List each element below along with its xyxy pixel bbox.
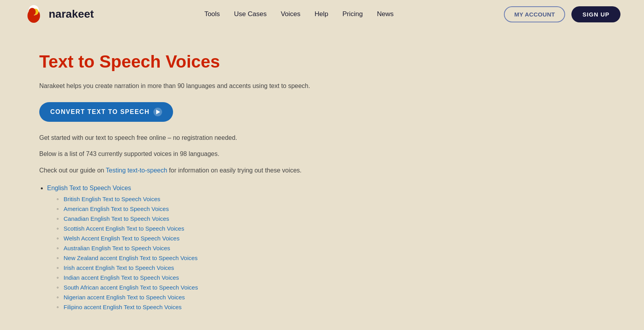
site-header: narakeet Tools Use Cases Voices Help Pri… bbox=[0, 0, 644, 28]
svg-point-6 bbox=[29, 8, 36, 16]
page-title: Text to Speech Voices bbox=[39, 52, 510, 72]
cta-button-label: CONVERT TEXT TO SPEECH bbox=[50, 108, 150, 116]
list-item: Canadian English Text to Speech Voices bbox=[57, 215, 510, 222]
nav-help[interactable]: Help bbox=[315, 10, 328, 18]
list-item: Australian English Text to Speech Voices bbox=[57, 245, 510, 251]
british-english-link[interactable]: British English Text to Speech Voices bbox=[64, 196, 161, 202]
testing-tts-link[interactable]: Testing text-to-speech bbox=[106, 167, 168, 174]
list-item: Scottish Accent English Text to Speech V… bbox=[57, 225, 510, 232]
list-item: South African accent English Text to Spe… bbox=[57, 284, 510, 291]
english-sublist: British English Text to Speech Voices Am… bbox=[57, 196, 510, 310]
list-item: New Zealand accent English Text to Speec… bbox=[57, 255, 510, 261]
play-icon bbox=[153, 108, 162, 116]
nigerian-english-link[interactable]: Nigerian accent English Text to Speech V… bbox=[64, 294, 185, 301]
english-tts-link[interactable]: English Text to Speech Voices bbox=[47, 185, 131, 191]
irish-english-link[interactable]: Irish accent English Text to Speech Voic… bbox=[64, 264, 174, 271]
list-item: British English Text to Speech Voices bbox=[57, 196, 510, 202]
american-english-link[interactable]: American English Text to Speech Voices bbox=[64, 205, 169, 212]
description-2: Below is a list of 743 currently support… bbox=[39, 149, 510, 159]
new-zealand-english-link[interactable]: New Zealand accent English Text to Speec… bbox=[64, 255, 198, 261]
indian-english-link[interactable]: Indian accent English Text to Speech Voi… bbox=[64, 274, 179, 281]
australian-english-link[interactable]: Australian English Text to Speech Voices bbox=[64, 245, 170, 251]
sign-up-button[interactable]: SIGN UP bbox=[571, 6, 620, 22]
logo-icon bbox=[24, 4, 44, 24]
header-actions: MY ACCOUNT SIGN UP bbox=[504, 6, 620, 22]
canadian-english-link[interactable]: Canadian English Text to Speech Voices bbox=[64, 215, 169, 222]
list-item: Filipino accent English Text to Speech V… bbox=[57, 304, 510, 310]
nav-voices[interactable]: Voices bbox=[281, 10, 300, 18]
main-content: Text to Speech Voices Narakeet helps you… bbox=[0, 28, 549, 330]
list-item: Irish accent English Text to Speech Voic… bbox=[57, 264, 510, 271]
nav-tools[interactable]: Tools bbox=[204, 10, 220, 18]
description-3: Check out our guide on Testing text-to-s… bbox=[39, 165, 510, 176]
logo-text: narakeet bbox=[49, 8, 94, 20]
filipino-english-link[interactable]: Filipino accent English Text to Speech V… bbox=[64, 304, 182, 310]
logo-area: narakeet bbox=[24, 4, 94, 24]
list-item: American English Text to Speech Voices bbox=[57, 205, 510, 212]
list-item-english: English Text to Speech Voices British En… bbox=[47, 185, 510, 310]
subtitle-text: Narakeet helps you create narration in m… bbox=[39, 81, 510, 91]
description-1: Get started with our text to speech free… bbox=[39, 133, 510, 143]
nav-news[interactable]: News bbox=[377, 10, 394, 18]
south-african-english-link[interactable]: South African accent English Text to Spe… bbox=[64, 284, 198, 291]
list-item: Welsh Accent English Text to Speech Voic… bbox=[57, 235, 510, 242]
voice-list: English Text to Speech Voices British En… bbox=[47, 185, 510, 310]
scottish-english-link[interactable]: Scottish Accent English Text to Speech V… bbox=[64, 225, 184, 232]
list-item: Indian accent English Text to Speech Voi… bbox=[57, 274, 510, 281]
welsh-english-link[interactable]: Welsh Accent English Text to Speech Voic… bbox=[64, 235, 179, 242]
list-item: Nigerian accent English Text to Speech V… bbox=[57, 294, 510, 301]
nav-use-cases[interactable]: Use Cases bbox=[234, 10, 266, 18]
convert-tts-button[interactable]: CONVERT TEXT TO SPEECH bbox=[39, 102, 173, 122]
main-nav: Tools Use Cases Voices Help Pricing News bbox=[94, 10, 504, 18]
nav-pricing[interactable]: Pricing bbox=[343, 10, 363, 18]
my-account-button[interactable]: MY ACCOUNT bbox=[504, 6, 565, 22]
